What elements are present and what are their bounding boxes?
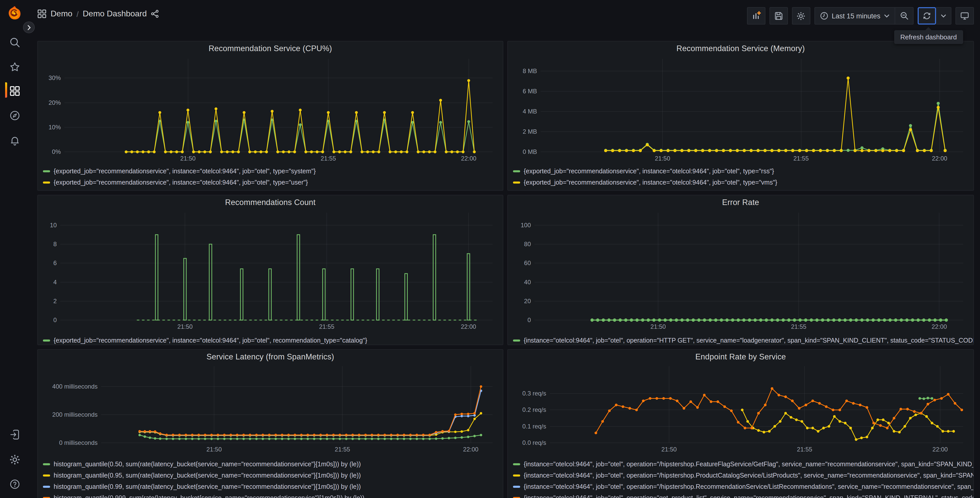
add-panel-button[interactable] xyxy=(747,7,765,24)
svg-text:0.0 req/s: 0.0 req/s xyxy=(522,439,546,446)
svg-text:0: 0 xyxy=(53,316,57,323)
svg-text:0 MB: 0 MB xyxy=(523,148,537,155)
legend-swatch xyxy=(43,474,50,477)
tv-mode-button[interactable] xyxy=(956,7,974,24)
legend-swatch xyxy=(513,463,520,465)
svg-text:30%: 30% xyxy=(49,74,61,81)
svg-text:22:00: 22:00 xyxy=(461,155,476,162)
breadcrumb-separator: / xyxy=(76,10,78,18)
svg-text:0%: 0% xyxy=(52,148,61,155)
legend-label[interactable]: {exported_job="recommendationservice", i… xyxy=(54,168,316,175)
legend-label[interactable]: histogram_quantile(0.99, sum(rate(latenc… xyxy=(54,483,361,490)
dashboard-grid: Recommendation Service (CPU%) 30%20%10%0… xyxy=(0,31,980,498)
panel-title[interactable]: Recommendations Count xyxy=(38,195,503,210)
svg-text:21:55: 21:55 xyxy=(319,323,334,330)
legend-label[interactable]: {instance="otelcol:9464", job="otel", op… xyxy=(524,483,974,490)
sidebar-item-help[interactable] xyxy=(5,474,24,493)
help-circle-icon xyxy=(9,478,20,490)
legend-label[interactable]: {exported_job="recommendationservice", i… xyxy=(524,168,774,175)
legend-label[interactable]: histogram_quantile(0.50, sum(rate(latenc… xyxy=(54,461,361,468)
svg-text:100: 100 xyxy=(521,222,531,228)
panel-service-latency: Service Latency (from SpanMetrics) 400 m… xyxy=(37,349,503,498)
legend-label[interactable]: {exported_job="recommendationservice", i… xyxy=(54,179,308,186)
compass-icon xyxy=(9,110,20,121)
svg-text:0: 0 xyxy=(528,316,531,323)
legend-label[interactable]: histogram_quantile(0.999, sum(rate(laten… xyxy=(54,495,364,498)
breadcrumb-section[interactable]: Demo xyxy=(51,9,72,18)
legend-label[interactable]: {exported_job="recommendationservice", i… xyxy=(524,179,777,186)
svg-text:8: 8 xyxy=(53,241,57,247)
time-series-plot[interactable]: 0.3 req/s0.2 req/s0.1 req/s0.0 req/s21:5… xyxy=(512,364,969,456)
svg-text:4: 4 xyxy=(53,279,57,286)
panel-endpoint-rate: Endpoint Rate by Service 0.3 req/s0.2 re… xyxy=(508,349,974,498)
legend-label[interactable]: {instance="otelcol:9464", job="otel", op… xyxy=(524,337,974,344)
svg-text:2: 2 xyxy=(53,298,57,305)
svg-text:200 milliseconds: 200 milliseconds xyxy=(52,411,98,418)
panel-title[interactable]: Error Rate xyxy=(508,195,974,210)
sidebar-item-explore[interactable] xyxy=(5,106,24,125)
legend-swatch xyxy=(43,497,50,498)
legend-label[interactable]: {instance="otelcol:9464", job="otel", op… xyxy=(524,461,974,468)
svg-text:21:55: 21:55 xyxy=(793,155,808,162)
breadcrumb-page[interactable]: Demo Dashboard xyxy=(83,9,147,18)
svg-text:0.2 req/s: 0.2 req/s xyxy=(522,406,546,413)
time-range-picker[interactable]: Last 15 minutes xyxy=(814,7,895,24)
legend-swatch xyxy=(513,170,520,172)
time-series-plot[interactable]: 108642021:5021:5522:00 xyxy=(42,210,499,332)
svg-text:21:50: 21:50 xyxy=(662,446,677,453)
refresh-interval-dropdown[interactable] xyxy=(936,7,951,24)
svg-text:60: 60 xyxy=(524,260,531,267)
legend: {exported_job="recommendationservice", i… xyxy=(43,166,503,188)
svg-text:21:55: 21:55 xyxy=(791,323,806,330)
legend: {exported_job="recommendationservice", i… xyxy=(43,335,503,345)
legend-label[interactable]: {instance="otelcol:9464", job="otel", op… xyxy=(524,495,974,498)
refresh-controls xyxy=(918,7,951,24)
panel-title[interactable]: Service Latency (from SpanMetrics) xyxy=(38,350,503,364)
legend-swatch xyxy=(513,340,520,342)
save-dashboard-button[interactable] xyxy=(769,7,788,24)
sidebar-item-search[interactable] xyxy=(5,33,24,52)
legend-label[interactable]: {instance="otelcol:9464", job="otel", op… xyxy=(524,472,974,479)
legend-label[interactable]: histogram_quantile(0.95, sum(rate(latenc… xyxy=(54,472,361,479)
clock-icon xyxy=(820,12,828,20)
refresh-dashboard-button[interactable] xyxy=(918,7,936,24)
sidebar-item-dashboards[interactable] xyxy=(5,81,24,100)
dashboard-settings-button[interactable] xyxy=(792,7,810,24)
time-series-plot[interactable]: 30%20%10%0%21:5021:5522:00 xyxy=(42,56,499,163)
svg-text:0.1 req/s: 0.1 req/s xyxy=(522,423,546,430)
svg-text:6: 6 xyxy=(53,260,57,267)
svg-text:2 MB: 2 MB xyxy=(523,128,537,135)
svg-text:4 MB: 4 MB xyxy=(523,108,537,115)
sidebar-item-sign-in[interactable] xyxy=(5,425,24,444)
svg-text:22:00: 22:00 xyxy=(463,446,479,453)
legend: {exported_job="recommendationservice", i… xyxy=(513,166,974,188)
legend-swatch xyxy=(43,486,50,488)
svg-text:22:00: 22:00 xyxy=(461,323,476,330)
zoom-out-time-button[interactable] xyxy=(895,7,913,24)
share-icon[interactable] xyxy=(151,10,159,18)
panel-title[interactable]: Endpoint Rate by Service xyxy=(508,350,974,364)
panel-error-rate: Error Rate 10080604020021:5021:5522:00 {… xyxy=(508,195,974,345)
sidebar-expand-button[interactable] xyxy=(23,21,35,33)
time-controls: Last 15 minutes xyxy=(814,7,913,24)
svg-text:80: 80 xyxy=(524,241,531,247)
sidebar-item-configuration[interactable] xyxy=(5,450,24,469)
bell-icon xyxy=(9,135,20,146)
active-indicator xyxy=(5,82,7,97)
legend-label[interactable]: {exported_job="recommendationservice", i… xyxy=(54,337,367,344)
sidebar-item-alerting[interactable] xyxy=(5,131,24,150)
svg-text:21:50: 21:50 xyxy=(177,323,192,330)
svg-text:21:50: 21:50 xyxy=(207,446,222,453)
sidebar xyxy=(0,31,29,498)
dashboards-grid-icon xyxy=(9,85,20,96)
svg-text:10: 10 xyxy=(50,222,57,228)
svg-text:22:00: 22:00 xyxy=(932,446,948,453)
panel-title[interactable]: Recommendation Service (CPU%) xyxy=(38,42,503,56)
panel-recommendation-memory: Recommendation Service (Memory) 8 MB6 MB… xyxy=(508,41,974,191)
time-series-plot[interactable]: 10080604020021:5021:5522:00 xyxy=(512,210,969,332)
time-series-plot[interactable]: 400 milliseconds200 milliseconds0 millis… xyxy=(42,364,499,456)
sidebar-item-starred[interactable] xyxy=(5,57,24,76)
grafana-logo-icon[interactable] xyxy=(6,5,22,21)
dashboard-toolbar: Last 15 minutes xyxy=(747,7,974,24)
time-series-plot[interactable]: 8 MB6 MB4 MB2 MB0 MB21:5021:5522:00 xyxy=(512,56,969,163)
